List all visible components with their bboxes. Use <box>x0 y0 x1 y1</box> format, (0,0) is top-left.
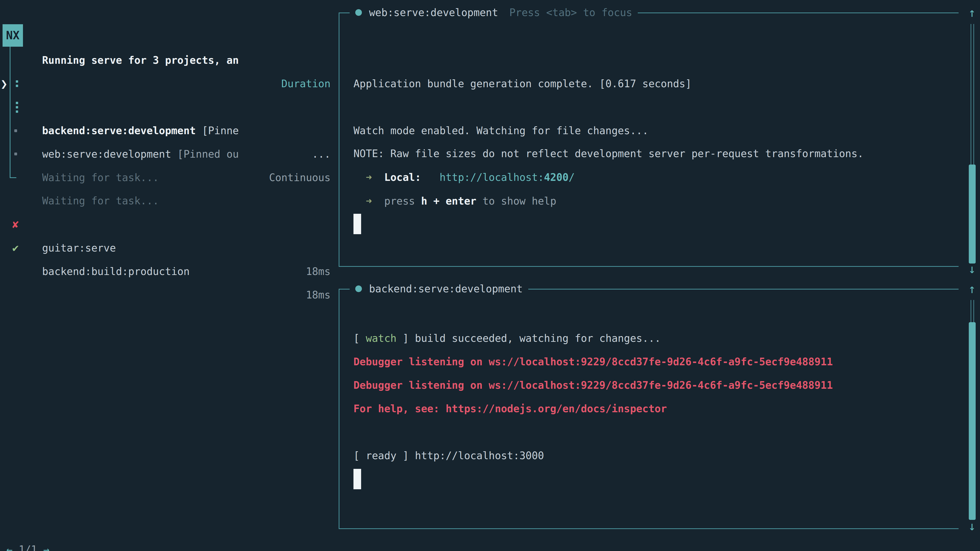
spinner-icon <box>16 95 18 119</box>
task-row-waiting-2[interactable]: Waiting for task... <box>0 142 331 165</box>
task-running-dot-icon <box>355 286 362 292</box>
task-running-dot-icon <box>355 9 362 16</box>
inspector-help-line: For help, see: https://nodejs.org/en/doc… <box>353 397 667 421</box>
scrollbar-track[interactable] <box>970 24 974 165</box>
task-row-web-serve[interactable]: web:serve:development [Pinned ou Continu… <box>0 95 331 119</box>
task-row-waiting-1[interactable]: Waiting for task... <box>0 119 331 142</box>
pending-dot-icon <box>14 129 17 132</box>
terminal-cursor <box>353 469 361 489</box>
help-hint-line: ➜ press h + enter to show help <box>353 189 556 213</box>
pane-focus-hint: Press <tab> to focus <box>509 6 632 18</box>
debugger-line: Debugger listening on ws://localhost:922… <box>353 373 833 397</box>
scrollbar-track[interactable] <box>970 300 974 322</box>
output-pane-backend-serve[interactable]: backend:serve:development [ watch ] buil… <box>339 289 959 529</box>
scrollbar-thumb[interactable] <box>969 322 976 520</box>
local-url-line[interactable]: ➜ Local: http://localhost:4200/ <box>353 165 575 189</box>
page-title: Running serve for 3 projects, an <box>42 48 239 72</box>
spinner-icon <box>16 72 18 95</box>
debugger-line: Debugger listening on ws://localhost:922… <box>353 350 833 373</box>
pane-title: web:serve:development Press <tab> to foc… <box>350 3 638 21</box>
ready-url-line: [ ready ] http://localhost:3000 <box>353 444 544 467</box>
terminal-line: NOTE: Raw file sizes do not reflect deve… <box>353 142 864 165</box>
task-row-guitar-serve[interactable]: ✘ guitar:serve 18ms <box>0 189 331 213</box>
scroll-up-icon[interactable]: ↑ <box>964 1 980 24</box>
nx-tui-screen: NX Running serve for 3 projects, an Dura… <box>0 0 980 551</box>
pane-title: backend:serve:development <box>350 280 528 298</box>
task-name: backend:build:production <box>42 260 189 283</box>
pane-task-name: backend:serve:development <box>369 283 523 295</box>
task-row-backend-serve[interactable]: backend:serve:development [Pinne ... <box>0 72 331 95</box>
scroll-up-icon[interactable]: ↑ <box>964 277 980 300</box>
task-row-backend-build[interactable]: ✔ backend:build:production 18ms <box>0 213 331 236</box>
task-name: guitar:serve <box>42 236 116 260</box>
terminal-line: Watch mode enabled. Watching for file ch… <box>353 119 649 142</box>
terminal-line: Application bundle generation complete. … <box>353 72 692 95</box>
scroll-down-icon[interactable]: ↓ <box>964 514 980 538</box>
task-duration: 18ms <box>306 260 331 283</box>
pane-task-name: web:serve:development <box>369 6 498 18</box>
task-duration: 18ms <box>306 283 331 306</box>
sidebar-header: Running serve for 3 projects, an Duratio… <box>0 25 331 48</box>
scrollbar-thumb[interactable] <box>969 165 976 264</box>
sidebar-footer: ← 1/1 → quit: q help: ? <box>0 514 331 538</box>
pending-dot-icon <box>14 152 17 156</box>
sidebar: NX Running serve for 3 projects, an Dura… <box>0 0 339 551</box>
task-status: Continuous <box>269 166 331 189</box>
terminal-line: [ watch ] build succeeded, watching for … <box>353 327 661 350</box>
output-pane-web-serve[interactable]: web:serve:development Press <tab> to foc… <box>339 13 959 267</box>
task-success-icon: ✔ <box>12 236 27 260</box>
task-name: Waiting for task... <box>42 166 159 189</box>
terminal-cursor <box>353 214 361 234</box>
pager[interactable]: ← 1/1 → <box>6 538 49 551</box>
